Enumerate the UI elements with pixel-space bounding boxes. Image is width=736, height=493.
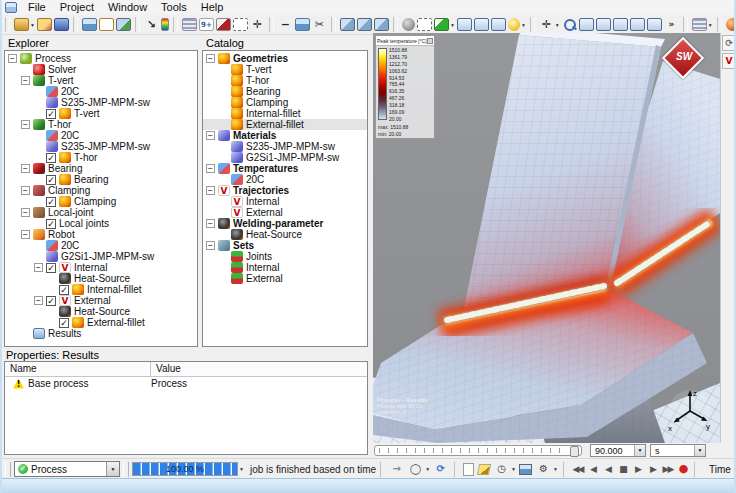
tree-expander-icon[interactable]: − <box>206 131 215 140</box>
toolbar-group-grip[interactable] <box>135 17 140 32</box>
checkbox[interactable]: ✓ <box>59 285 69 295</box>
column-value[interactable]: Value <box>151 362 181 376</box>
chevron-down-icon[interactable]: ▼ <box>106 462 119 476</box>
frame-forward-icon[interactable]: ▶ <box>646 462 659 476</box>
tree-item-bearing[interactable]: Bearing <box>203 86 367 97</box>
render-quality-icon[interactable] <box>726 18 734 31</box>
increment-icon[interactable]: 9+ <box>199 18 214 31</box>
tree-item-trajectories[interactable]: −VTrajectories <box>203 185 367 196</box>
tree-item-external-fillet[interactable]: ✓External-fillet <box>5 317 197 328</box>
solid-view-icon[interactable] <box>491 18 506 31</box>
tree-expander-icon[interactable]: − <box>206 54 215 63</box>
clean-icon[interactable] <box>477 464 491 475</box>
slider-handle[interactable] <box>570 446 579 457</box>
toolbar-group-grip[interactable] <box>393 17 398 32</box>
tree-item-s235-jmp-mpm-sw[interactable]: S235-JMP-MPM-sw <box>5 141 197 152</box>
tree-expander-icon[interactable]: − <box>21 164 30 173</box>
refresh-icon[interactable]: ⟳ <box>433 462 448 476</box>
toolbar-grip[interactable] <box>123 462 129 477</box>
tree-item-g2si1-jmp-mpm-sw[interactable]: G2Si1-JMP-MPM-sw <box>203 152 367 163</box>
tree-item-local-joint[interactable]: −Local-joint <box>5 207 197 218</box>
copy-view-icon[interactable] <box>340 18 355 31</box>
result-tools-icon[interactable]: ⚙ <box>536 462 551 476</box>
checkbox[interactable]: ✓ <box>46 219 56 229</box>
surface-view-icon[interactable] <box>474 18 489 31</box>
tree-item-geometries[interactable]: −Geometries <box>203 53 367 64</box>
skip-start-icon[interactable]: ◀◀ <box>571 462 584 476</box>
trajectory-icon[interactable]: V <box>722 53 736 69</box>
chevron-down-icon[interactable]: ▼ <box>708 22 713 28</box>
sync-icon[interactable]: ⟳ <box>722 35 736 51</box>
tree-expander-icon[interactable]: − <box>34 263 43 272</box>
tree-item-results[interactable]: Results <box>5 328 197 339</box>
selection-dashed-icon[interactable] <box>417 18 432 31</box>
tree-item-materials[interactable]: −Materials <box>203 130 367 141</box>
tree-item-20c[interactable]: 20C <box>203 174 367 185</box>
tree-expander-icon[interactable]: − <box>34 296 43 305</box>
tree-item-external-fillet[interactable]: External-fillet <box>203 119 367 130</box>
snapshot-image-icon[interactable] <box>82 18 97 31</box>
tree-item-bearing[interactable]: ✓Bearing <box>5 174 197 185</box>
export-result-image-icon[interactable] <box>519 464 532 475</box>
chevron-down-icon[interactable]: ▼ <box>521 22 526 28</box>
chevron-down-icon[interactable]: ▼ <box>553 466 558 472</box>
menu-file[interactable]: File <box>21 0 53 15</box>
tree-item-t-vert[interactable]: T-vert <box>203 64 367 75</box>
time-history-icon[interactable]: ◷ <box>494 462 509 476</box>
tree-expander-icon[interactable]: − <box>8 54 17 63</box>
app-icon[interactable] <box>5 2 17 13</box>
resume-icon[interactable]: → <box>389 462 404 476</box>
toolbar-group-grip[interactable] <box>331 17 336 32</box>
light-bulb-icon[interactable] <box>508 18 520 31</box>
toolbar-group-grip[interactable] <box>717 17 722 32</box>
open-project-icon[interactable] <box>14 18 29 31</box>
tree-item-heat-source[interactable]: Heat-Source <box>5 273 197 284</box>
checkbox[interactable]: ✓ <box>46 263 56 273</box>
tree-item-t-hor[interactable]: −T-hor <box>5 119 197 130</box>
select-region-icon[interactable] <box>233 18 248 31</box>
tree-item-clamping[interactable]: −Clamping <box>5 185 197 196</box>
tree-item-solver[interactable]: Solver <box>5 64 197 75</box>
menu-tools[interactable]: Tools <box>154 0 194 15</box>
checkbox[interactable]: ✓ <box>46 153 56 163</box>
tree-item-heat-source[interactable]: Heat-Source <box>203 229 367 240</box>
menu-project[interactable]: Project <box>53 0 101 15</box>
checkbox[interactable]: ✓ <box>46 296 56 306</box>
rotation-angle-combo[interactable]: 90.000 ▼ <box>590 444 646 457</box>
progress-dropdown-icon[interactable]: ▼ <box>239 466 244 472</box>
menu-window[interactable]: Window <box>101 0 154 15</box>
tree-expander-icon[interactable]: − <box>21 186 30 195</box>
time-slider[interactable] <box>374 445 582 456</box>
tree-item-g2si1-jmp-mpm-sw[interactable]: G2Si1-JMP-MPM-sw <box>5 251 197 262</box>
toolbar-group-grip[interactable] <box>269 17 274 32</box>
tree-expander-icon[interactable]: − <box>206 241 215 250</box>
tree-item-s235-jmp-mpm-sw[interactable]: S235-JMP-MPM-sw <box>203 141 367 152</box>
fit-view-icon[interactable]: ✛ <box>250 18 265 31</box>
view-iso-icon[interactable] <box>579 18 594 31</box>
tree-item-t-hor[interactable]: T-hor <box>203 75 367 86</box>
chevron-down-icon[interactable]: ▼ <box>634 445 645 456</box>
menu-help[interactable]: Help <box>194 0 231 15</box>
record-icon[interactable]: ● <box>676 462 689 476</box>
toolbar-group-grip[interactable] <box>530 17 535 32</box>
tree-item-local-joints[interactable]: ✓Local joints <box>5 218 197 229</box>
tree-item-s235-jmp-mpm-sw[interactable]: S235-JMP-MPM-sw <box>5 97 197 108</box>
view-right-icon[interactable] <box>647 18 662 31</box>
viewport-3d[interactable]: Peak temperature [°C] 1510.881361.791212… <box>373 33 720 443</box>
tree-item-process[interactable]: −Process <box>5 53 197 64</box>
view-top-icon[interactable] <box>630 18 645 31</box>
tree-item-joints[interactable]: Joints <box>203 251 367 262</box>
tree-item-internal-fillet[interactable]: ✓Internal-fillet <box>5 284 197 295</box>
tree-item-robot[interactable]: −Robot <box>5 229 197 240</box>
stop-playback-icon[interactable]: ■ <box>616 462 629 476</box>
tree-expander-icon[interactable]: − <box>206 164 215 173</box>
tree-item-sets[interactable]: −Sets <box>203 240 367 251</box>
toolbar-group-grip[interactable] <box>173 17 178 32</box>
checkbox[interactable]: ✓ <box>46 175 56 185</box>
process-selector[interactable]: ✓ Process ▼ <box>14 461 120 477</box>
tree-item-20c[interactable]: 20C <box>5 86 197 97</box>
legend-header[interactable]: Peak temperature [°C] <box>376 36 434 46</box>
tree-item-temperatures[interactable]: −Temperatures <box>203 163 367 174</box>
tree-item-internal[interactable]: −✓VInternal <box>5 262 197 273</box>
toolbar-group-grip[interactable] <box>73 17 78 32</box>
